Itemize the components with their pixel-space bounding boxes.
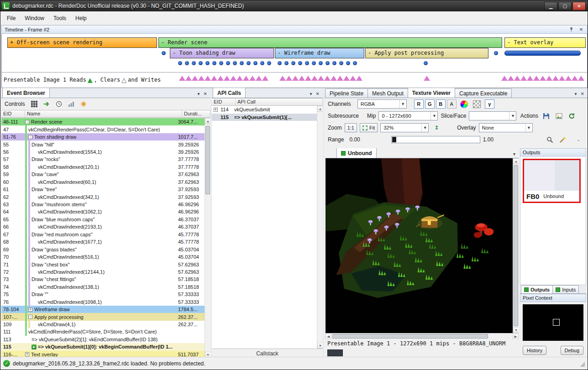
channel-a-button[interactable]: A xyxy=(447,99,457,109)
close-icon[interactable]: ✕ xyxy=(316,91,320,96)
column-eid[interactable]: EID xyxy=(212,99,236,105)
event-row[interactable]: 111vkCmdEndRenderPass(C=Store, D=Store, … xyxy=(1,328,205,335)
write-marker-triangle[interactable] xyxy=(343,76,350,81)
event-row[interactable]: 72vkCmdDrawIndexed(12144,1)57.62963 xyxy=(1,268,205,276)
draw-marker-dot[interactable] xyxy=(260,61,264,65)
write-marker-triangle[interactable] xyxy=(179,76,185,81)
texture-viewport[interactable] xyxy=(326,158,513,333)
write-marker-triangle[interactable] xyxy=(311,76,318,81)
event-browser-column-header[interactable]: EID Name Durati... xyxy=(1,110,210,118)
write-marker-triangle[interactable] xyxy=(279,76,286,81)
tab-outputs[interactable]: Outputs xyxy=(521,285,553,293)
filter-icon[interactable] xyxy=(30,100,38,108)
callstack-section[interactable]: Callstack xyxy=(212,349,323,358)
write-marker-triangle[interactable] xyxy=(211,76,217,81)
gamma-button[interactable]: γ xyxy=(485,99,494,109)
checkerboard-icon[interactable] xyxy=(472,99,482,109)
write-marker-triangle[interactable] xyxy=(292,76,299,81)
event-row[interactable]: 68vkCmdDrawIndexed(1677,1)45.77778 xyxy=(1,238,205,245)
export-image-icon[interactable] xyxy=(554,111,564,120)
draw-marker-dot[interactable] xyxy=(494,51,498,55)
event-row[interactable]: 71Draw "chest box"57.62963 xyxy=(1,261,205,268)
draw-marker-dot[interactable] xyxy=(424,61,428,65)
api-call-row-selected[interactable]: 115 => vkQueueSubmit(1)[... xyxy=(212,114,317,121)
mip-dropdown[interactable]: 0 - 1272x690▼ xyxy=(378,111,438,120)
write-marker-triangle[interactable] xyxy=(217,76,224,81)
column-api-call[interactable]: API Call xyxy=(236,99,323,105)
column-duration[interactable]: Durati... xyxy=(182,110,210,117)
draw-marker-dot[interactable] xyxy=(326,61,330,65)
event-row[interactable]: 46-111-Render scene3064.7... xyxy=(1,118,205,125)
write-marker-triangle[interactable] xyxy=(331,76,337,81)
scroll-down-icon[interactable]: ▼ xyxy=(317,343,323,349)
event-row[interactable]: 78-104+Wireframe draw1784.5... xyxy=(1,306,205,313)
draw-marker-dot[interactable] xyxy=(240,61,244,65)
event-row[interactable]: 65Draw "blue mushroom caps"46.37037 xyxy=(1,216,205,223)
range-slider-thumb[interactable] xyxy=(392,137,396,142)
write-marker-triangle[interactable] xyxy=(299,76,305,81)
draw-marker-dot[interactable] xyxy=(178,61,182,65)
write-marker-triangle[interactable] xyxy=(192,76,198,81)
sliceface-dropdown[interactable]: ▼ xyxy=(469,111,516,120)
timeline-body[interactable]: Presentable Image 1 Reads ▲ , Clears △ a… xyxy=(1,34,588,88)
draw-marker-dot[interactable] xyxy=(192,61,196,65)
texture-vertical-scrollbar[interactable]: ▲ ▼ xyxy=(513,158,519,333)
tab-mesh-output[interactable]: Mesh Output xyxy=(368,89,408,98)
draw-marker-dot[interactable] xyxy=(219,61,223,65)
event-row[interactable]: 58vkCmdDrawIndexed(120,1)37.77778 xyxy=(1,163,205,171)
channel-g-button[interactable]: G xyxy=(425,99,435,109)
scroll-up-icon[interactable]: ▲ xyxy=(513,158,519,164)
write-marker-triangle[interactable] xyxy=(286,76,292,81)
zoom-1to1-button[interactable]: 1:1 xyxy=(345,123,357,132)
draw-marker-dot[interactable] xyxy=(205,61,210,65)
write-marker-triangle[interactable] xyxy=(205,76,211,81)
event-browser-scrollbar[interactable]: ▲ ▼ xyxy=(205,118,210,358)
jump-to-eid-icon[interactable] xyxy=(42,100,51,108)
event-row[interactable]: 55Draw "hill"39.25926 xyxy=(1,141,205,148)
close-button[interactable]: ✕ xyxy=(572,2,586,10)
expand-toggle[interactable]: - xyxy=(25,120,29,124)
title-bar[interactable]: debugmarker.rdc - RenderDoc Unofficial r… xyxy=(0,0,588,11)
write-marker-triangle[interactable] xyxy=(224,76,230,81)
close-icon[interactable]: ✕ xyxy=(581,91,584,96)
write-marker-triangle[interactable] xyxy=(198,76,205,81)
pixel-context-view[interactable] xyxy=(520,302,586,343)
write-marker-triangle[interactable] xyxy=(552,76,559,81)
event-row[interactable]: 109vkCmdDraw(4,1)262.37... xyxy=(1,321,205,328)
event-row[interactable]: 61Draw "tree"37.92593 xyxy=(1,186,205,193)
expand-toggle[interactable]: + xyxy=(25,352,29,356)
draw-marker-dot[interactable] xyxy=(284,61,289,65)
framebuffer-thumbnail-fb0[interactable]: FB0 Unbound xyxy=(523,159,581,203)
tab-api-calls[interactable]: API Calls xyxy=(213,88,246,98)
channel-r-button[interactable]: R xyxy=(414,99,424,109)
write-marker-triangle[interactable] xyxy=(230,76,236,81)
history-button[interactable]: History xyxy=(523,346,546,355)
draw-marker-dot[interactable] xyxy=(332,61,336,65)
write-marker-triangle[interactable] xyxy=(540,76,546,81)
event-row[interactable]: 115▸=> vkQueueSubmit(1)[0]: vkBeginComma… xyxy=(1,343,205,350)
write-marker-triangle[interactable] xyxy=(243,76,249,81)
write-marker-triangle[interactable] xyxy=(559,76,565,81)
write-marker-triangle[interactable] xyxy=(527,76,533,81)
event-row[interactable]: 113=> vkQueueSubmit(2)[1]: vkEndCommandB… xyxy=(1,336,205,343)
write-marker-triangle[interactable] xyxy=(501,76,508,81)
write-marker-triangle[interactable] xyxy=(424,76,430,81)
magnifier-icon[interactable] xyxy=(545,135,555,144)
pixel-context-canvas[interactable] xyxy=(523,304,583,341)
event-row[interactable]: 74vkCmdDrawIndexed(138,1)57.18518 xyxy=(1,283,205,291)
tab-unbound-texture[interactable]: Unbound xyxy=(336,148,377,158)
write-marker-triangle[interactable] xyxy=(356,76,362,81)
write-marker-triangle[interactable] xyxy=(533,76,540,81)
write-marker-triangle[interactable] xyxy=(350,76,356,81)
draw-marker-dot[interactable] xyxy=(267,61,271,65)
overlay-dropdown[interactable]: None▼ xyxy=(479,123,533,132)
draw-marker-dot[interactable] xyxy=(253,61,257,65)
timeline-block-text-overlay[interactable]: - Text overlay xyxy=(504,37,586,48)
draw-marker-dot[interactable] xyxy=(247,61,251,65)
menu-item-window[interactable]: Window xyxy=(20,13,49,24)
draw-marker-dot[interactable] xyxy=(353,61,357,65)
draw-marker-dot[interactable] xyxy=(212,61,216,65)
fit-button[interactable]: Fit xyxy=(360,123,378,132)
tab-inputs[interactable]: Inputs xyxy=(552,285,579,293)
event-row[interactable]: 73Draw "chest fittings"57.18518 xyxy=(1,276,205,283)
